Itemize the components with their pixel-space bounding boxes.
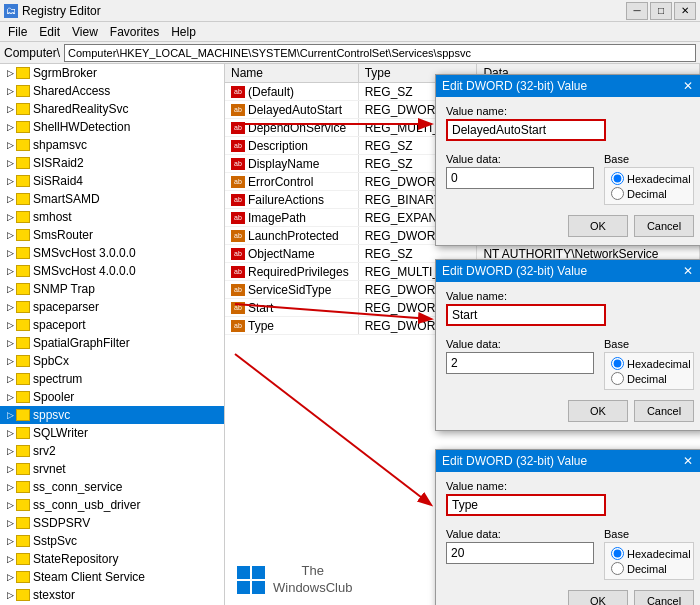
reg-name-cell: abDisplayName bbox=[225, 155, 358, 173]
dialog-type[interactable]: Edit DWORD (32-bit) Value ✕ Value name: … bbox=[435, 449, 700, 605]
close-button[interactable]: ✕ bbox=[674, 2, 696, 20]
reg-name-cell: abDependOnService bbox=[225, 119, 358, 137]
tree-arrow-icon: ▷ bbox=[4, 517, 16, 529]
menu-help[interactable]: Help bbox=[165, 24, 202, 40]
tree-item-label: spaceparser bbox=[33, 300, 99, 314]
folder-icon bbox=[16, 175, 30, 187]
string-icon: ab bbox=[231, 212, 245, 224]
tree-item-label: sppsvc bbox=[33, 408, 70, 422]
string-icon: ab bbox=[231, 194, 245, 206]
dialog1-dec-radio[interactable]: Decimal bbox=[611, 187, 687, 200]
tree-item[interactable]: ▷SmartSAMD bbox=[0, 190, 224, 208]
tree-item[interactable]: ▷spaceport bbox=[0, 316, 224, 334]
tree-item[interactable]: ▷SpbCx bbox=[0, 352, 224, 370]
tree-item[interactable]: ▷spaceparser bbox=[0, 298, 224, 316]
tree-item[interactable]: ▷ShellHWDetection bbox=[0, 118, 224, 136]
tree-item[interactable]: ▷SpatialGraphFilter bbox=[0, 334, 224, 352]
dialog1-close-btn[interactable]: ✕ bbox=[678, 77, 698, 95]
tree-item[interactable]: ▷SISRaid2 bbox=[0, 154, 224, 172]
tree-arrow-icon: ▷ bbox=[4, 445, 16, 457]
dialog2-data-col: Value data: bbox=[446, 338, 594, 390]
tree-item-label: srvnet bbox=[33, 462, 66, 476]
dialog2-cancel-btn[interactable]: Cancel bbox=[634, 400, 694, 422]
dialog2-hex-radio[interactable]: Hexadecimal bbox=[611, 357, 687, 370]
folder-icon bbox=[16, 247, 30, 259]
tree-item-label: Steam Client Service bbox=[33, 570, 145, 584]
tree-item[interactable]: ▷SharedRealitySvc bbox=[0, 100, 224, 118]
tree-item[interactable]: ▷SstpSvc bbox=[0, 532, 224, 550]
tree-item[interactable]: ▷stexstor bbox=[0, 586, 224, 604]
address-input[interactable] bbox=[64, 44, 696, 62]
dialog1-data-col: Value data: bbox=[446, 153, 594, 205]
folder-icon bbox=[16, 499, 30, 511]
tree-item[interactable]: ▷ss_conn_service bbox=[0, 478, 224, 496]
tree-item[interactable]: ▷ss_conn_usb_driver bbox=[0, 496, 224, 514]
tree-item[interactable]: ▷SiSRaid4 bbox=[0, 172, 224, 190]
tree-item[interactable]: ▷sppsvc bbox=[0, 406, 224, 424]
dialog2-ok-btn[interactable]: OK bbox=[568, 400, 628, 422]
watermark: The WindowsClub bbox=[235, 563, 352, 597]
folder-icon bbox=[16, 445, 30, 457]
tree-item[interactable]: ▷StateRepository bbox=[0, 550, 224, 568]
dialog1-buttons: OK Cancel bbox=[446, 215, 694, 237]
dialog2-data-input[interactable] bbox=[446, 352, 594, 374]
dialog3-dec-radio[interactable]: Decimal bbox=[611, 562, 687, 575]
folder-icon bbox=[16, 391, 30, 403]
dialog1-radio-group: Hexadecimal Decimal bbox=[604, 167, 694, 205]
dialog1-cancel-btn[interactable]: Cancel bbox=[634, 215, 694, 237]
svg-rect-1 bbox=[252, 566, 265, 579]
tree-item[interactable]: ▷spectrum bbox=[0, 370, 224, 388]
windows-logo-icon bbox=[235, 564, 267, 596]
dialog2-close-btn[interactable]: ✕ bbox=[678, 262, 698, 280]
tree-item[interactable]: ▷SmsRouter bbox=[0, 226, 224, 244]
folder-icon bbox=[16, 481, 30, 493]
tree-arrow-icon: ▷ bbox=[4, 553, 16, 565]
maximize-button[interactable]: □ bbox=[650, 2, 672, 20]
dialog1-ok-btn[interactable]: OK bbox=[568, 215, 628, 237]
folder-icon bbox=[16, 301, 30, 313]
dialog2-dec-radio[interactable]: Decimal bbox=[611, 372, 687, 385]
string-icon: ab bbox=[231, 86, 245, 98]
menu-view[interactable]: View bbox=[66, 24, 104, 40]
dialog3-body: Value name: Type Value data: Base bbox=[436, 472, 700, 605]
tree-item[interactable]: ▷SMSvcHost 3.0.0.0 bbox=[0, 244, 224, 262]
dialog3-close-btn[interactable]: ✕ bbox=[678, 452, 698, 470]
dialog3-cancel-btn[interactable]: Cancel bbox=[634, 590, 694, 605]
tree-item[interactable]: ▷smhost bbox=[0, 208, 224, 226]
tree-item[interactable]: ▷Steam Client Service bbox=[0, 568, 224, 586]
tree-item-label: ss_conn_usb_driver bbox=[33, 498, 140, 512]
tree-item-label: StateRepository bbox=[33, 552, 118, 566]
tree-item[interactable]: ▷SharedAccess bbox=[0, 82, 224, 100]
menu-favorites[interactable]: Favorites bbox=[104, 24, 165, 40]
tree-item[interactable]: ▷Spooler bbox=[0, 388, 224, 406]
menu-edit[interactable]: Edit bbox=[33, 24, 66, 40]
reg-name-cell: abImagePath bbox=[225, 209, 358, 227]
dialog1-data-input[interactable] bbox=[446, 167, 594, 189]
dialog3-ok-btn[interactable]: OK bbox=[568, 590, 628, 605]
dword-icon: ab bbox=[231, 302, 245, 314]
tree-item-label: Spooler bbox=[33, 390, 74, 404]
tree-item[interactable]: ▷shpamsvc bbox=[0, 136, 224, 154]
folder-icon bbox=[16, 211, 30, 223]
tree-item[interactable]: ▷srv2 bbox=[0, 442, 224, 460]
tree-item[interactable]: ▷SSDPSRV bbox=[0, 514, 224, 532]
dialog1-hex-radio[interactable]: Hexadecimal bbox=[611, 172, 687, 185]
dialog-delayedautostart[interactable]: Edit DWORD (32-bit) Value ✕ Value name: … bbox=[435, 74, 700, 246]
tree-item-label: spectrum bbox=[33, 372, 82, 386]
dialog3-buttons: OK Cancel bbox=[446, 590, 694, 605]
folder-icon bbox=[16, 283, 30, 295]
tree-arrow-icon: ▷ bbox=[4, 463, 16, 475]
minimize-button[interactable]: ─ bbox=[626, 2, 648, 20]
folder-icon bbox=[16, 157, 30, 169]
dialog-start[interactable]: Edit DWORD (32-bit) Value ✕ Value name: … bbox=[435, 259, 700, 431]
tree-item[interactable]: ▷SMSvcHost 4.0.0.0 bbox=[0, 262, 224, 280]
tree-item[interactable]: ▷SQLWriter bbox=[0, 424, 224, 442]
menu-file[interactable]: File bbox=[2, 24, 33, 40]
dialog3-hex-radio[interactable]: Hexadecimal bbox=[611, 547, 687, 560]
dialog3-data-input[interactable] bbox=[446, 542, 594, 564]
tree-arrow-icon: ▷ bbox=[4, 67, 16, 79]
col-name: Name bbox=[225, 64, 358, 83]
tree-item[interactable]: ▷srvnet bbox=[0, 460, 224, 478]
tree-item[interactable]: ▷SNMP Trap bbox=[0, 280, 224, 298]
tree-item[interactable]: ▷SgrmBroker bbox=[0, 64, 224, 82]
